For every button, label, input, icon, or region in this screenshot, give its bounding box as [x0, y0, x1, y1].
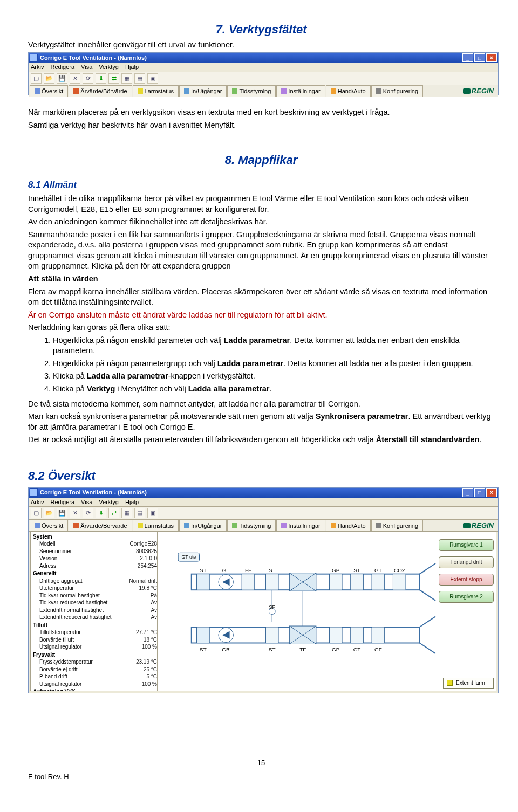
menu-hjalp[interactable]: Hjälp — [125, 63, 139, 71]
maximize-button[interactable]: □ — [474, 488, 485, 497]
minimize-button[interactable]: _ — [462, 488, 473, 497]
list-item-2: Högerklicka på någon parametergrupp och … — [53, 359, 494, 369]
screenshot-overview: Corrigo E Tool Ventilation - (Namnlös) _… — [28, 487, 499, 693]
tool-download-icon[interactable]: ⬇ — [96, 508, 106, 518]
heading-8-2: 8.2 Översikt — [28, 468, 494, 484]
tool-new-icon[interactable]: ▢ — [31, 508, 42, 518]
tool-note-icon[interactable]: ▤ — [134, 508, 145, 518]
page-number: 15 — [257, 758, 265, 768]
maximize-button[interactable]: □ — [474, 53, 485, 62]
p-attstalla: Att ställa in värden — [28, 274, 494, 285]
tool-group-icon[interactable]: ▣ — [147, 508, 158, 518]
heading-7: 7. Verktygsfältet — [28, 22, 494, 38]
menu-hjalp[interactable]: Hjälp — [125, 498, 139, 506]
svg-text:FF: FF — [245, 567, 251, 573]
p-end3: Det är också möjligt att återställa para… — [28, 435, 494, 445]
p-fl1: Flera av mappflikarna innehåller ställba… — [28, 287, 494, 308]
tool-refresh-icon[interactable]: ⟳ — [83, 508, 93, 518]
tab-oversikt[interactable]: Översikt — [30, 520, 68, 531]
tab-hand[interactable]: Hand/Auto — [326, 85, 371, 97]
menu-visa[interactable]: Visa — [81, 498, 92, 506]
tab-io[interactable]: In/Utgångar — [179, 520, 227, 531]
p-nl: Nerladdning kan göras på flera olika sät… — [28, 322, 494, 333]
svg-rect-39 — [372, 627, 385, 643]
toolbar: ▢ 📂 💾 ✕ ⟳ ⬇ ⇄ ▦ ▤ ▣ — [29, 72, 498, 85]
menu-verktyg[interactable]: Verktyg — [99, 63, 119, 71]
svg-rect-35 — [329, 627, 342, 643]
btn-rumsgivare2[interactable]: Rumsgivare 2 — [439, 591, 494, 603]
svg-text:GT: GT — [374, 567, 382, 573]
tool-chart-icon[interactable]: ▦ — [121, 73, 132, 84]
btn-externtstopp[interactable]: Externt stopp — [439, 574, 494, 586]
tool-download-icon[interactable]: ⬇ — [96, 73, 106, 84]
svg-rect-17 — [329, 574, 342, 590]
tab-oversikt[interactable]: Översikt — [30, 85, 68, 97]
tool-open-icon[interactable]: 📂 — [44, 508, 54, 518]
indicator-externtlarm: Externt larm — [443, 678, 494, 689]
tab-hand[interactable]: Hand/Auto — [326, 520, 371, 531]
p-81b: Av den anledningen kommer flikinnehållet… — [28, 217, 494, 228]
svg-text:TF: TF — [299, 646, 306, 652]
tab-arvarde[interactable]: Ärvärde/Börvärde — [69, 520, 132, 531]
window-title: Corrigo E Tool Ventilation - (Namnlös) — [40, 54, 147, 62]
svg-rect-6 — [197, 574, 210, 590]
tab-inst[interactable]: Inställningar — [276, 85, 325, 97]
close-button[interactable]: × — [486, 53, 497, 62]
tab-konf[interactable]: Konfigurering — [371, 85, 423, 97]
tool-delete-icon[interactable]: ✕ — [70, 73, 80, 84]
tab-arvarde[interactable]: Ärvärde/Börvärde — [69, 85, 132, 97]
tab-larm[interactable]: Larmstatus — [133, 520, 179, 531]
svg-text:ST: ST — [269, 567, 276, 573]
screenshot-toolbar: Corrigo E Tool Ventilation - (Namnlös) _… — [28, 52, 499, 95]
p-81c: Sammanhörande poster i en flik har samma… — [28, 230, 494, 272]
tab-tid[interactable]: Tidsstyrning — [227, 85, 276, 97]
svg-text:GR: GR — [222, 646, 230, 652]
heading-8-1: 8.1 Allmänt — [28, 179, 494, 191]
close-button[interactable]: × — [486, 488, 497, 497]
tab-larm[interactable]: Larmstatus — [133, 85, 179, 97]
tool-save-icon[interactable]: 💾 — [57, 508, 67, 518]
list-item-3: Klicka på Ladda alla parametrar-knappen … — [53, 371, 494, 382]
footer-label: E tool Rev. H — [28, 772, 69, 782]
minimize-button[interactable]: _ — [462, 53, 473, 62]
tool-open-icon[interactable]: 📂 — [44, 73, 54, 84]
p-end2: Man kan också synkronisera parametrar på… — [28, 411, 494, 432]
tab-inst[interactable]: Inställningar — [276, 520, 325, 531]
tool-sync-icon[interactable]: ⇄ — [108, 508, 119, 518]
tool-new-icon[interactable]: ▢ — [31, 73, 42, 84]
heading-8: 8. Mappflikar — [28, 152, 494, 168]
p-fl-red: Är en Corrigo ansluten måste ett ändrat … — [28, 310, 494, 321]
menu-verktyg[interactable]: Verktyg — [99, 498, 119, 506]
svg-rect-37 — [351, 627, 364, 643]
brand-regin: REGIN — [463, 86, 497, 96]
p-7a: Verktygsfältet innehåller genvägar till … — [28, 40, 494, 51]
menu-redigera[interactable]: Redigera — [50, 498, 74, 506]
menu-arkiv[interactable]: Arkiv — [31, 498, 44, 506]
svg-line-2 — [420, 563, 435, 574]
svg-rect-23 — [393, 574, 406, 590]
tool-chart-icon[interactable]: ▦ — [121, 508, 132, 518]
tool-note-icon[interactable]: ▤ — [134, 73, 145, 84]
tool-sync-icon[interactable]: ⇄ — [108, 73, 119, 84]
tree-panel[interactable]: System ModellCorrigoE28 Serienummer80036… — [30, 531, 160, 691]
tool-save-icon[interactable]: 💾 — [57, 73, 67, 84]
tab-tid[interactable]: Tidsstyrning — [227, 520, 276, 531]
svg-rect-25 — [197, 627, 210, 643]
btn-forlangd[interactable]: Förlängd drift — [439, 556, 494, 568]
tool-delete-icon[interactable]: ✕ — [70, 508, 80, 518]
menu-visa[interactable]: Visa — [81, 63, 92, 71]
menu-redigera[interactable]: Redigera — [50, 63, 74, 71]
svg-text:ST: ST — [200, 646, 207, 652]
tool-refresh-icon[interactable]: ⟳ — [83, 73, 93, 84]
app-icon — [30, 488, 38, 497]
svg-text:GT: GT — [222, 567, 230, 573]
tool-group-icon[interactable]: ▣ — [147, 73, 158, 84]
menu-arkiv[interactable]: Arkiv — [31, 63, 44, 71]
btn-rumsgivare1[interactable]: Rumsgivare 1 — [439, 539, 494, 551]
tab-konf[interactable]: Konfigurering — [371, 520, 423, 531]
p-end1: De två sista metoderna kommer, som namne… — [28, 399, 494, 410]
svg-text:ST: ST — [200, 567, 207, 573]
tab-io[interactable]: In/Utgångar — [179, 85, 227, 97]
svg-rect-12 — [265, 574, 278, 590]
svg-text:ST: ST — [353, 567, 360, 573]
